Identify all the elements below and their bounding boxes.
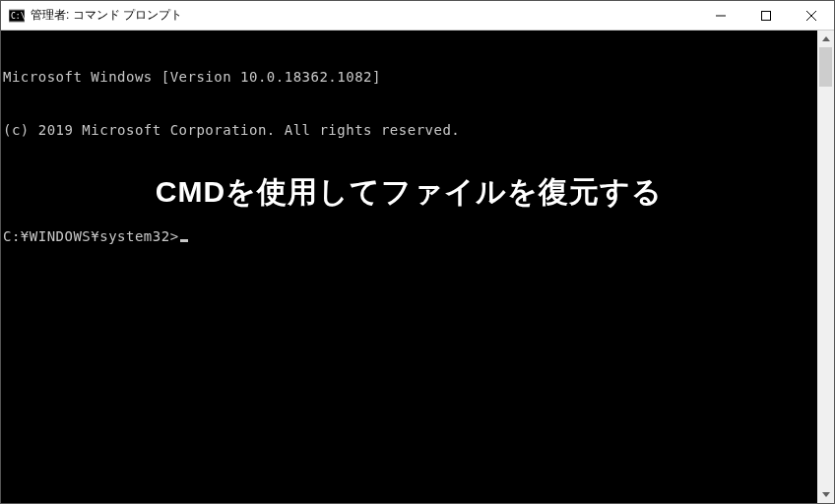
window-title: 管理者: コマンド プロンプト — [31, 7, 698, 24]
console-prompt-line: C:¥WINDOWS¥system32> — [3, 227, 815, 245]
client-area: Microsoft Windows [Version 10.0.18362.10… — [1, 31, 834, 503]
cmd-window: C:\ 管理者: コマンド プロンプト Microsoft Windows [V… — [0, 0, 835, 504]
scroll-track[interactable] — [817, 47, 834, 486]
scroll-thumb[interactable] — [819, 47, 832, 87]
svg-marker-6 — [822, 36, 830, 41]
console-line — [3, 174, 815, 192]
vertical-scrollbar[interactable] — [817, 31, 834, 503]
scroll-down-button[interactable] — [817, 486, 834, 503]
prompt-text: C:¥WINDOWS¥system32> — [3, 228, 179, 244]
close-button[interactable] — [789, 1, 834, 30]
svg-rect-3 — [762, 11, 771, 20]
console-line: Microsoft Windows [Version 10.0.18362.10… — [3, 68, 815, 86]
minimize-button[interactable] — [698, 1, 743, 30]
titlebar[interactable]: C:\ 管理者: コマンド プロンプト — [1, 1, 834, 31]
cursor — [180, 239, 188, 242]
console-line: (c) 2019 Microsoft Corporation. All righ… — [3, 121, 815, 139]
svg-marker-7 — [822, 492, 830, 497]
console-output[interactable]: Microsoft Windows [Version 10.0.18362.10… — [1, 31, 817, 503]
maximize-button[interactable] — [743, 1, 789, 30]
cmd-icon: C:\ — [9, 8, 25, 24]
scroll-up-button[interactable] — [817, 31, 834, 47]
window-controls — [698, 1, 834, 30]
svg-text:C:\: C:\ — [11, 12, 25, 21]
